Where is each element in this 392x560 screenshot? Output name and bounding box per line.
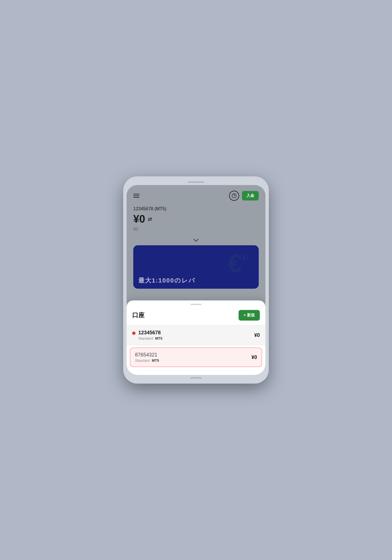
sheet-handle-bar — [190, 304, 202, 305]
hamburger-line-3 — [133, 197, 139, 198]
header-row: 入金 — [133, 191, 259, 201]
home-indicator — [190, 377, 202, 379]
divider-2 — [127, 345, 265, 345]
balance-main-row: ¥0 ⇄ — [133, 213, 259, 225]
account-number-1: 12345678 — [138, 330, 162, 336]
chevron-down-button[interactable] — [133, 236, 259, 245]
header-right: 入金 — [229, 191, 259, 201]
sheet-handle — [127, 300, 265, 307]
account-info-1: 12345678 Standard MT5 — [138, 330, 162, 340]
speaker-bar — [188, 181, 204, 183]
chevron-down-icon — [193, 239, 199, 242]
new-account-button[interactable]: + 新規 — [239, 310, 260, 321]
bottom-sheet: 口座 + 新規 12345678 Standard MT5 ¥0 — [127, 300, 265, 375]
device-bottom-bar — [127, 375, 265, 380]
account-left-1: 12345678 Standard MT5 — [132, 330, 162, 340]
account-balance-1: ¥0 — [254, 332, 260, 338]
account-item-2[interactable]: 87654321 Standard MT5 ¥0 — [130, 347, 262, 367]
svg-text:¥/: ¥/ — [240, 251, 250, 263]
status-dot-active — [132, 332, 136, 335]
device-top-bar — [127, 180, 265, 185]
balance-secondary: ¥0 — [133, 227, 259, 232]
account-number-2: 87654321 — [135, 352, 159, 358]
device-screen: 入金 12345678 (MT5) ¥0 ⇄ ¥0 € — [127, 185, 265, 375]
deposit-button[interactable]: 入金 — [242, 191, 259, 200]
account-info-2: 87654321 Standard MT5 — [135, 352, 159, 363]
device-frame: 入金 12345678 (MT5) ¥0 ⇄ ¥0 € — [123, 176, 269, 384]
banner-text: 最大1:1000のレバ — [138, 276, 195, 285]
transfer-icon[interactable]: ⇄ — [148, 216, 152, 222]
help-button[interactable] — [229, 191, 239, 201]
hamburger-menu-button[interactable] — [133, 194, 139, 198]
hamburger-line-2 — [133, 195, 139, 196]
banner-card: € ¥/ 最大1:1000のレバ — [133, 245, 259, 289]
sheet-title: 口座 — [132, 311, 144, 319]
account-item-1[interactable]: 12345678 Standard MT5 ¥0 — [127, 325, 265, 345]
account-left-2: 87654321 Standard MT5 — [135, 352, 159, 363]
mt-badge-2: MT5 — [152, 358, 159, 363]
account-type-2: Standard MT5 — [135, 358, 159, 363]
help-circle-icon — [232, 193, 237, 198]
account-type-1: Standard MT5 — [138, 336, 162, 340]
hamburger-line-1 — [133, 194, 139, 194]
account-id-label: 12345678 (MT5) — [133, 206, 259, 211]
account-balance-2: ¥0 — [251, 354, 257, 360]
mt-badge-1: MT5 — [155, 336, 162, 340]
sheet-header: 口座 + 新規 — [127, 307, 265, 325]
balance-amount: ¥0 — [133, 213, 145, 225]
